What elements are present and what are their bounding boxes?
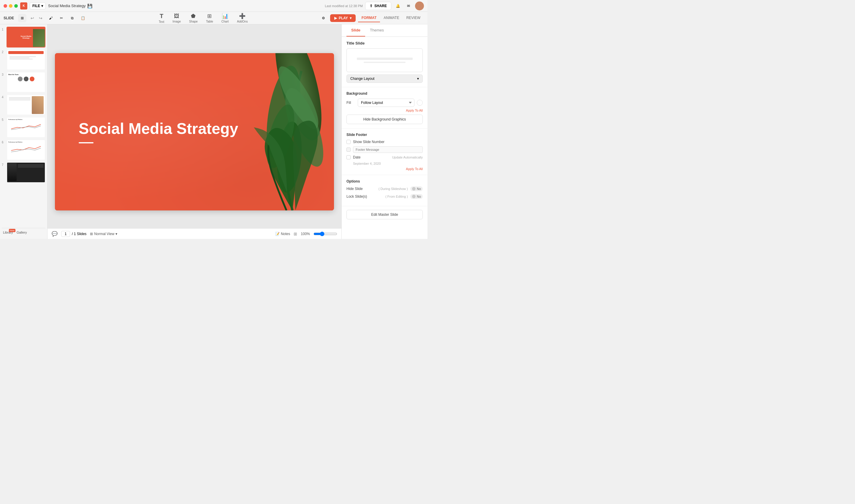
undo-button[interactable]: ↩ [29, 15, 36, 22]
notifications-button[interactable]: 🔔 [394, 2, 402, 10]
date-label: Date [353, 155, 390, 159]
file-menu-button[interactable]: FILE ▾ [30, 2, 46, 10]
notes-icon: 📝 [275, 232, 280, 236]
page-navigation: / 1 Slides [61, 231, 86, 237]
color-picker[interactable] [417, 100, 423, 106]
table-icon: ⊞ [207, 13, 212, 19]
maximize-button[interactable] [14, 4, 18, 8]
hide-slide-row: Hide Slide ( During Slideshow ) No [346, 186, 423, 191]
avatar[interactable] [415, 1, 424, 11]
page-number-input[interactable] [61, 231, 70, 237]
slide-thumb-3[interactable]: 3 Meet the Team [2, 72, 46, 93]
chat-button[interactable]: 💬 [52, 231, 58, 237]
main-content: 1 Social MediaStrategy 2 [0, 24, 427, 239]
slide-thumb-5[interactable]: 5 Performance by Platform [2, 117, 46, 138]
footer-message-checkbox[interactable] [346, 147, 351, 152]
tab-animate[interactable]: ANIMATE [380, 14, 403, 22]
slide-thumbnail-6[interactable]: Performance by Platform [6, 140, 46, 160]
paint-format-button[interactable]: 🖌 [47, 14, 55, 22]
hide-slide-sub: ( During Slideshow ) [378, 187, 408, 191]
toggle-off-icon [412, 187, 416, 191]
canvas-area: Social Media Strategy 💬 / 1 Slides ⊞ Nor… [48, 24, 341, 239]
view-toggle-button[interactable]: ⊞ [18, 14, 26, 22]
title-bar: K FILE ▾ Social Media Strategy 💾 Last mo… [0, 0, 427, 12]
minimize-button[interactable] [9, 4, 13, 8]
shape-icon: ⬟ [191, 13, 196, 19]
shape-tool[interactable]: ⬟ Shape [185, 12, 202, 24]
options-title: Options [346, 179, 423, 183]
layout-preview-line2 [364, 62, 406, 63]
slide-thumb-6[interactable]: 6 Performance by Platform [2, 140, 46, 160]
footer-message-input[interactable] [353, 146, 423, 153]
slide-thumb-2[interactable]: 2 [2, 49, 46, 70]
addons-icon: ➕ [239, 13, 246, 19]
show-slide-number-checkbox[interactable] [346, 140, 351, 144]
lock-slide-row: Lock Slide(s) ( From Editing ) No [346, 194, 423, 199]
gallery-button[interactable]: Gallery [17, 231, 27, 234]
hide-background-graphics-button[interactable]: Hide Background Graphics [346, 114, 423, 124]
lock-toggle-off-icon [412, 195, 416, 198]
new-badge: New [9, 229, 15, 232]
slide-thumbnail-1[interactable]: Social MediaStrategy [6, 27, 46, 48]
slide-panel: 1 Social MediaStrategy 2 [0, 24, 48, 239]
tab-format[interactable]: FORMAT [358, 14, 380, 22]
fill-select[interactable]: Follow Layout [358, 98, 414, 107]
layout-preview-line1 [357, 58, 413, 60]
chart-tool[interactable]: 📊 Chart [217, 12, 233, 24]
edit-master-slide-button[interactable]: Edit Master Slide [346, 210, 423, 219]
slide-thumbnail-5[interactable]: Performance by Platform [6, 117, 46, 138]
save-icon: 💾 [87, 3, 92, 8]
slide-thumbnail-7[interactable] [6, 162, 46, 183]
tab-themes[interactable]: Themes [365, 24, 389, 36]
grid-view-button[interactable]: ⊞ [293, 232, 297, 236]
tools-group: T Text 🖼 Image ⬟ Shape ⊞ Table 📊 Chart ➕… [155, 12, 252, 25]
text-tool[interactable]: T Text [155, 12, 168, 25]
footer-message-row [346, 146, 423, 153]
change-layout-button[interactable]: Change Layout ▾ [346, 74, 423, 83]
slide-thumb-4[interactable]: 4 [2, 94, 46, 115]
redo-button[interactable]: ↪ [37, 15, 44, 22]
view-selector[interactable]: ⊞ Normal View ▾ [90, 232, 117, 236]
image-icon: 🖼 [174, 13, 179, 19]
tab-review[interactable]: REVIEW [403, 14, 424, 22]
slide-thumbnail-4[interactable] [6, 94, 46, 115]
notes-button[interactable]: 📝 Notes [275, 232, 290, 236]
play-button[interactable]: ▶ PLAY ▾ [330, 14, 356, 22]
slide-title-container: Social Media Strategy [79, 120, 238, 144]
zoom-level-text: 100% [301, 232, 310, 236]
view-icon: ⊞ [90, 232, 93, 236]
settings-button[interactable]: ⚙ [319, 14, 328, 22]
apply-to-all-footer-link[interactable]: Apply To All [346, 167, 423, 171]
apply-to-all-link[interactable]: Apply To All [346, 109, 423, 112]
addons-tool[interactable]: ➕ AddOns [233, 12, 252, 24]
zoom-slider[interactable] [314, 232, 337, 236]
slide-thumb-1[interactable]: 1 Social MediaStrategy [2, 27, 46, 48]
copy-button[interactable]: ⧉ [68, 14, 76, 22]
lock-slide-toggle[interactable]: No [410, 194, 423, 199]
slide-thumb-7[interactable]: 7 [2, 162, 46, 183]
share-button[interactable]: ⇧ SHARE [365, 2, 391, 10]
panel-tabs: Slide Themes [342, 24, 427, 37]
hide-slide-toggle[interactable]: No [410, 186, 423, 191]
slide-thumbnail-3[interactable]: Meet the Team [6, 72, 46, 93]
last-modified-text: Last modified at 12:38 PM [325, 4, 363, 8]
slide-canvas[interactable]: Social Media Strategy [55, 53, 334, 211]
layout-title: Title Slide [346, 41, 423, 46]
slide-thumbnail-2[interactable] [6, 49, 46, 70]
library-button[interactable]: Library New [3, 231, 13, 234]
image-tool[interactable]: 🖼 Image [168, 12, 185, 24]
hide-slide-label: Hide Slide [346, 187, 376, 191]
date-checkbox[interactable] [346, 155, 351, 159]
fill-row: Fill Follow Layout [346, 98, 423, 107]
right-panel: Slide Themes Title Slide Change Layout ▾… [341, 24, 427, 239]
app-icon: K [20, 2, 27, 10]
tab-slide[interactable]: Slide [346, 24, 365, 36]
email-button[interactable]: ✉ [404, 2, 413, 10]
table-tool[interactable]: ⊞ Table [202, 12, 217, 24]
share-icon: ⇧ [370, 4, 373, 8]
cut-button[interactable]: ✂ [57, 14, 66, 22]
close-button[interactable] [3, 4, 7, 8]
paste-button[interactable]: 📋 [79, 14, 87, 22]
show-slide-number-row: Show Slide Number [346, 140, 423, 144]
layout-preview [346, 48, 423, 72]
